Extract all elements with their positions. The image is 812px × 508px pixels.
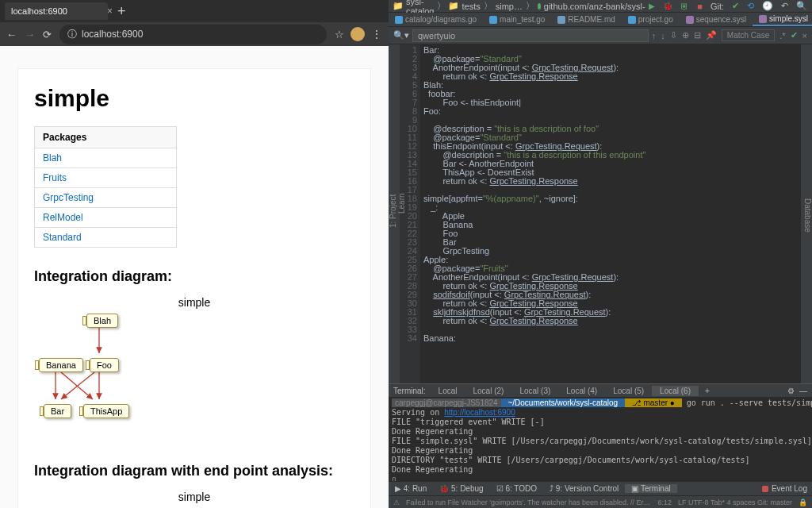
reload-icon[interactable]: ⟳ <box>43 29 52 40</box>
folder-icon: 📁 <box>393 2 403 11</box>
bottom-tool-tabs: ▶ 4: Run 🐞 5: Debug ☑ 6: TODO ⤴ 9: Versi… <box>389 481 812 495</box>
match-case-toggle[interactable]: Match Case <box>722 29 775 41</box>
terminal-tab[interactable]: Local (2) <box>465 386 511 396</box>
section-heading: Integration diagram with end point analy… <box>34 463 354 479</box>
page-content: simple Packages Blah Fruits GrpcTesting … <box>17 68 371 508</box>
run-icon[interactable]: ▶ <box>649 2 655 10</box>
status-message[interactable]: Failed to run File Watcher 'goimports'. … <box>406 498 652 506</box>
svg-line-3 <box>61 372 93 399</box>
terminal-tab[interactable]: Local (4) <box>558 386 605 396</box>
tool-terminal[interactable]: ▣ Terminal <box>625 484 676 493</box>
editor-tab[interactable]: catalog/diagrams.go <box>389 13 483 25</box>
terminal-tab[interactable]: Local (5) <box>605 386 652 396</box>
ide-window: 📁 sysl-catalog〉 📁 tests〉 simp…〉 TestData… <box>389 0 812 508</box>
test-icon <box>538 3 541 10</box>
tool-run[interactable]: ▶ 4: Run <box>389 484 433 493</box>
left-tool-strip[interactable]: 1: Project Learn <box>389 44 400 383</box>
revert-icon[interactable]: ↶ <box>781 1 788 11</box>
new-tab-button[interactable]: + <box>117 3 126 20</box>
terminal-tab[interactable]: Local <box>431 386 465 396</box>
tab-title: localhost:6900 <box>11 6 67 16</box>
address-bar[interactable]: ⓘ localhost:6900 <box>59 25 327 44</box>
add-selection-icon[interactable]: ⊕ <box>682 30 689 40</box>
folder-icon: 📁 <box>449 2 458 11</box>
editor-tab[interactable]: sequence.sysl <box>680 13 753 25</box>
menu-icon[interactable]: ⋮ <box>371 28 382 40</box>
info-icon[interactable]: ⓘ <box>67 28 77 41</box>
editor-tab-strip: catalog/diagrams.go main_test.go README.… <box>389 13 812 27</box>
find-bar: 🔍▾ ↑ ↓ ⇩ ⊕ ⊟ 📌 Match Case .* ✔ × <box>389 27 812 44</box>
status-warning-icon[interactable]: ⚠ <box>393 498 400 506</box>
update-icon[interactable]: ⟲ <box>747 1 754 11</box>
tool-debug[interactable]: 🐞 5: Debug <box>433 484 489 493</box>
editor-tab[interactable]: README.md <box>551 13 621 25</box>
search-icon[interactable]: 🔍 <box>796 1 807 11</box>
prev-match-icon[interactable]: ↑ <box>652 31 657 40</box>
terminal-tabs: Terminal: Local Local (2) Local (3) Loca… <box>389 384 812 397</box>
gear-icon[interactable]: ⚙ <box>787 387 795 395</box>
minimize-icon[interactable]: — <box>799 387 807 395</box>
close-find-icon[interactable]: × <box>802 31 807 40</box>
event-log-button[interactable]: Event Log <box>757 484 812 493</box>
integration-diagram: Blah Banana Foo Bar ThisApp <box>34 314 354 448</box>
find-input[interactable] <box>412 29 649 42</box>
error-indicator-icon <box>762 486 768 492</box>
browser-tab[interactable]: localhost:6900 × <box>5 2 108 20</box>
browser-window: localhost:6900 × + ← → ⟳ ⓘ localhost:690… <box>0 0 389 508</box>
package-link[interactable]: GrpcTesting <box>43 192 94 203</box>
search-icon[interactable]: 🔍▾ <box>393 30 409 40</box>
package-link[interactable]: Standard <box>43 232 82 243</box>
packages-table: Packages Blah Fruits GrpcTesting RelMode… <box>34 126 177 248</box>
pin-icon[interactable]: 📌 <box>706 30 717 40</box>
node-thisapp: ThisApp <box>83 404 129 418</box>
ide-toolbar: 📁 sysl-catalog〉 📁 tests〉 simp…〉 TestData… <box>389 0 812 13</box>
tool-todo[interactable]: ☑ 6: TODO <box>490 484 543 493</box>
terminal-label: Terminal: <box>389 387 431 395</box>
svg-line-4 <box>61 372 94 399</box>
tool-vcs[interactable]: ⤴ 9: Version Control <box>543 484 625 493</box>
close-icon[interactable]: × <box>107 6 113 17</box>
regex-icon[interactable]: .* <box>779 31 785 40</box>
editor-tab[interactable]: project.go <box>622 13 680 25</box>
address-bar-row: ← → ⟳ ⓘ localhost:6900 ☆ ⋮ <box>0 22 389 46</box>
stop-icon[interactable]: ■ <box>697 2 703 11</box>
diagram-title: simple <box>34 491 354 503</box>
coverage-icon[interactable]: ⛨ <box>680 2 689 11</box>
bookmark-icon[interactable]: ☆ <box>335 29 344 40</box>
profile-avatar[interactable] <box>350 27 365 41</box>
toggle-icon[interactable]: ⊟ <box>694 30 701 40</box>
diagram-title: simple <box>34 296 354 309</box>
lock-icon[interactable]: 🔒 <box>799 498 807 506</box>
caret-position[interactable]: 6:12 <box>658 498 672 506</box>
terminal-tab-active[interactable]: Local (6) <box>652 386 699 396</box>
select-all-icon[interactable]: ⇩ <box>670 30 677 40</box>
package-link[interactable]: Fruits <box>43 172 67 183</box>
node-blah: Blah <box>86 314 118 328</box>
debug-icon[interactable]: 🐞 <box>663 2 672 10</box>
terminal-output[interactable]: carpeggj@carpeggj-JS51824 ~/Documents/wo… <box>389 397 812 481</box>
encoding-info[interactable]: LF UTF-8 Tab* 4 spaces Git: master <box>678 498 792 506</box>
editor-tab[interactable]: main_test.go <box>483 13 551 25</box>
history-icon[interactable]: 🕘 <box>762 1 773 11</box>
node-bar: Bar <box>44 404 71 418</box>
status-bar: ⚠ Failed to run File Watcher 'goimports'… <box>389 495 812 508</box>
page-viewport: simple Packages Blah Fruits GrpcTesting … <box>0 46 389 508</box>
package-link[interactable]: RelModel <box>43 212 83 223</box>
package-link[interactable]: Blah <box>43 152 62 164</box>
commit-icon[interactable]: ✔ <box>732 1 739 11</box>
editor-tab-active[interactable]: simple.sysl <box>753 13 812 26</box>
url-text: localhost:6900 <box>82 29 143 40</box>
new-terminal-icon[interactable]: + <box>699 387 716 395</box>
breadcrumb-file[interactable]: simp… <box>496 2 523 11</box>
code-editor[interactable]: Bar: @package="Standard" AnotherEndpoint… <box>420 44 802 383</box>
forward-icon: → <box>25 29 35 40</box>
git-label: Git: <box>710 2 724 11</box>
node-banana: Banana <box>39 358 83 372</box>
right-tool-strip[interactable]: Database <box>801 44 812 383</box>
breadcrumb-folder[interactable]: tests <box>462 2 480 11</box>
next-match-icon[interactable]: ↓ <box>661 31 665 40</box>
terminal-tab[interactable]: Local (3) <box>511 386 558 396</box>
packages-header: Packages <box>35 127 177 148</box>
back-icon[interactable]: ← <box>6 29 17 40</box>
confirm-icon[interactable]: ✔ <box>791 30 798 40</box>
